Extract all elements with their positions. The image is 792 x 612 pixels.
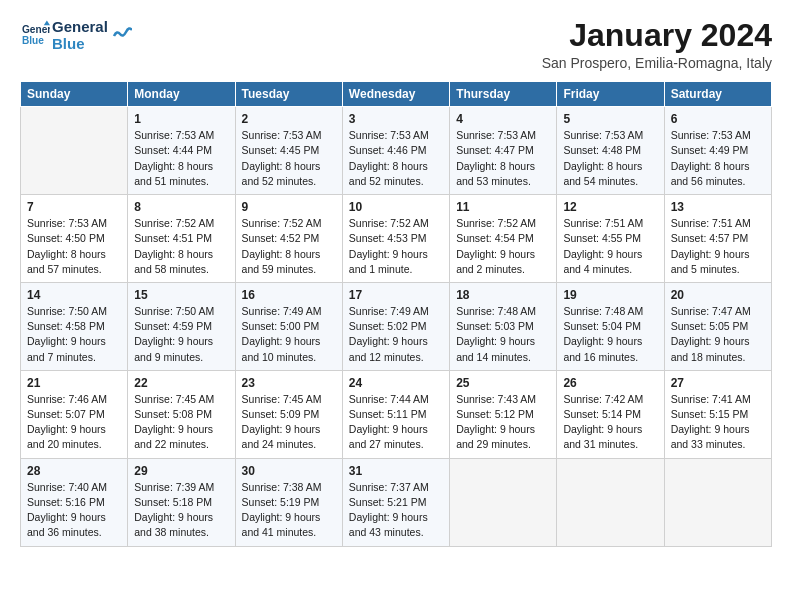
header: General Blue General Blue January 2024 S… — [20, 18, 772, 71]
calendar-week-row: 14Sunrise: 7:50 AMSunset: 4:58 PMDayligh… — [21, 282, 772, 370]
table-row: 18Sunrise: 7:48 AMSunset: 5:03 PMDayligh… — [450, 282, 557, 370]
daylight: Daylight: 9 hours and 9 minutes. — [134, 335, 213, 362]
table-row: 2Sunrise: 7:53 AMSunset: 4:45 PMDaylight… — [235, 107, 342, 195]
daylight: Daylight: 9 hours and 22 minutes. — [134, 423, 213, 450]
day-info: Sunrise: 7:50 AMSunset: 4:58 PMDaylight:… — [27, 304, 121, 365]
sunset: Sunset: 4:59 PM — [134, 320, 212, 332]
daylight: Daylight: 9 hours and 31 minutes. — [563, 423, 642, 450]
day-info: Sunrise: 7:53 AMSunset: 4:44 PMDaylight:… — [134, 128, 228, 189]
day-number: 21 — [27, 376, 121, 390]
table-row: 25Sunrise: 7:43 AMSunset: 5:12 PMDayligh… — [450, 370, 557, 458]
table-row: 23Sunrise: 7:45 AMSunset: 5:09 PMDayligh… — [235, 370, 342, 458]
daylight: Daylight: 8 hours and 54 minutes. — [563, 160, 642, 187]
day-info: Sunrise: 7:50 AMSunset: 4:59 PMDaylight:… — [134, 304, 228, 365]
day-info: Sunrise: 7:53 AMSunset: 4:50 PMDaylight:… — [27, 216, 121, 277]
header-friday: Friday — [557, 82, 664, 107]
sunrise: Sunrise: 7:53 AM — [27, 217, 107, 229]
sunset: Sunset: 5:18 PM — [134, 496, 212, 508]
sunset: Sunset: 5:02 PM — [349, 320, 427, 332]
table-row: 15Sunrise: 7:50 AMSunset: 4:59 PMDayligh… — [128, 282, 235, 370]
table-row: 14Sunrise: 7:50 AMSunset: 4:58 PMDayligh… — [21, 282, 128, 370]
day-number: 9 — [242, 200, 336, 214]
day-info: Sunrise: 7:38 AMSunset: 5:19 PMDaylight:… — [242, 480, 336, 541]
logo-line2: Blue — [52, 35, 108, 52]
table-row: 30Sunrise: 7:38 AMSunset: 5:19 PMDayligh… — [235, 458, 342, 546]
table-row: 19Sunrise: 7:48 AMSunset: 5:04 PMDayligh… — [557, 282, 664, 370]
calendar-table: Sunday Monday Tuesday Wednesday Thursday… — [20, 81, 772, 546]
table-row: 11Sunrise: 7:52 AMSunset: 4:54 PMDayligh… — [450, 195, 557, 283]
logo-icon: General Blue — [22, 19, 50, 47]
daylight: Daylight: 8 hours and 52 minutes. — [242, 160, 321, 187]
table-row: 3Sunrise: 7:53 AMSunset: 4:46 PMDaylight… — [342, 107, 449, 195]
sunrise: Sunrise: 7:49 AM — [242, 305, 322, 317]
sunset: Sunset: 4:46 PM — [349, 144, 427, 156]
day-info: Sunrise: 7:48 AMSunset: 5:03 PMDaylight:… — [456, 304, 550, 365]
sunrise: Sunrise: 7:52 AM — [134, 217, 214, 229]
daylight: Daylight: 9 hours and 2 minutes. — [456, 248, 535, 275]
day-number: 6 — [671, 112, 765, 126]
sunrise: Sunrise: 7:53 AM — [242, 129, 322, 141]
sunset: Sunset: 5:12 PM — [456, 408, 534, 420]
table-row — [557, 458, 664, 546]
daylight: Daylight: 9 hours and 38 minutes. — [134, 511, 213, 538]
calendar-week-row: 1Sunrise: 7:53 AMSunset: 4:44 PMDaylight… — [21, 107, 772, 195]
day-info: Sunrise: 7:44 AMSunset: 5:11 PMDaylight:… — [349, 392, 443, 453]
daylight: Daylight: 9 hours and 14 minutes. — [456, 335, 535, 362]
sunrise: Sunrise: 7:47 AM — [671, 305, 751, 317]
table-row: 7Sunrise: 7:53 AMSunset: 4:50 PMDaylight… — [21, 195, 128, 283]
table-row: 26Sunrise: 7:42 AMSunset: 5:14 PMDayligh… — [557, 370, 664, 458]
sunrise: Sunrise: 7:46 AM — [27, 393, 107, 405]
sunset: Sunset: 4:52 PM — [242, 232, 320, 244]
sunset: Sunset: 5:21 PM — [349, 496, 427, 508]
day-info: Sunrise: 7:51 AMSunset: 4:57 PMDaylight:… — [671, 216, 765, 277]
header-monday: Monday — [128, 82, 235, 107]
day-info: Sunrise: 7:53 AMSunset: 4:48 PMDaylight:… — [563, 128, 657, 189]
day-info: Sunrise: 7:52 AMSunset: 4:54 PMDaylight:… — [456, 216, 550, 277]
calendar-week-row: 21Sunrise: 7:46 AMSunset: 5:07 PMDayligh… — [21, 370, 772, 458]
table-row: 24Sunrise: 7:44 AMSunset: 5:11 PMDayligh… — [342, 370, 449, 458]
calendar-page: General Blue General Blue January 2024 S… — [0, 0, 792, 612]
daylight: Daylight: 9 hours and 18 minutes. — [671, 335, 750, 362]
day-info: Sunrise: 7:42 AMSunset: 5:14 PMDaylight:… — [563, 392, 657, 453]
daylight: Daylight: 9 hours and 5 minutes. — [671, 248, 750, 275]
daylight: Daylight: 8 hours and 52 minutes. — [349, 160, 428, 187]
sunrise: Sunrise: 7:41 AM — [671, 393, 751, 405]
table-row: 12Sunrise: 7:51 AMSunset: 4:55 PMDayligh… — [557, 195, 664, 283]
daylight: Daylight: 8 hours and 51 minutes. — [134, 160, 213, 187]
sunrise: Sunrise: 7:37 AM — [349, 481, 429, 493]
day-number: 17 — [349, 288, 443, 302]
sunrise: Sunrise: 7:51 AM — [671, 217, 751, 229]
day-number: 29 — [134, 464, 228, 478]
day-number: 15 — [134, 288, 228, 302]
daylight: Daylight: 9 hours and 7 minutes. — [27, 335, 106, 362]
day-number: 20 — [671, 288, 765, 302]
day-info: Sunrise: 7:39 AMSunset: 5:18 PMDaylight:… — [134, 480, 228, 541]
table-row: 21Sunrise: 7:46 AMSunset: 5:07 PMDayligh… — [21, 370, 128, 458]
sunset: Sunset: 5:08 PM — [134, 408, 212, 420]
sunrise: Sunrise: 7:43 AM — [456, 393, 536, 405]
day-number: 31 — [349, 464, 443, 478]
sunrise: Sunrise: 7:48 AM — [456, 305, 536, 317]
day-info: Sunrise: 7:43 AMSunset: 5:12 PMDaylight:… — [456, 392, 550, 453]
day-number: 19 — [563, 288, 657, 302]
sunrise: Sunrise: 7:42 AM — [563, 393, 643, 405]
sunrise: Sunrise: 7:53 AM — [134, 129, 214, 141]
sunrise: Sunrise: 7:52 AM — [242, 217, 322, 229]
location: San Prospero, Emilia-Romagna, Italy — [542, 55, 772, 71]
day-info: Sunrise: 7:49 AMSunset: 5:02 PMDaylight:… — [349, 304, 443, 365]
table-row: 27Sunrise: 7:41 AMSunset: 5:15 PMDayligh… — [664, 370, 771, 458]
day-number: 13 — [671, 200, 765, 214]
sunset: Sunset: 5:11 PM — [349, 408, 427, 420]
table-row: 28Sunrise: 7:40 AMSunset: 5:16 PMDayligh… — [21, 458, 128, 546]
day-number: 2 — [242, 112, 336, 126]
daylight: Daylight: 9 hours and 20 minutes. — [27, 423, 106, 450]
month-title: January 2024 — [542, 18, 772, 53]
day-number: 18 — [456, 288, 550, 302]
logo-line1: General — [52, 18, 108, 35]
header-tuesday: Tuesday — [235, 82, 342, 107]
day-info: Sunrise: 7:49 AMSunset: 5:00 PMDaylight:… — [242, 304, 336, 365]
daylight: Daylight: 9 hours and 24 minutes. — [242, 423, 321, 450]
daylight: Daylight: 8 hours and 57 minutes. — [27, 248, 106, 275]
sunrise: Sunrise: 7:48 AM — [563, 305, 643, 317]
table-row — [664, 458, 771, 546]
